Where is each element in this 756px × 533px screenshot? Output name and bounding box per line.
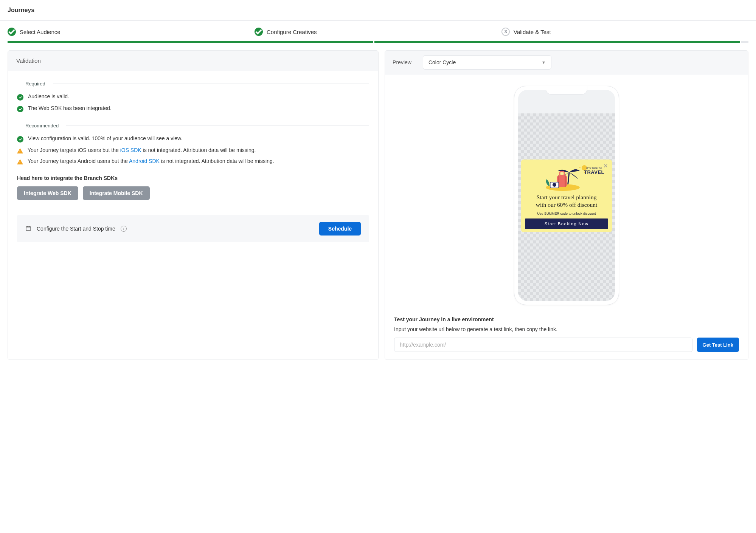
test-description: Input your website url below to generate… [394, 326, 739, 332]
validation-item: View configuration is valid. 100% of you… [17, 133, 369, 145]
schedule-text: Configure the Start and Stop time [37, 226, 115, 232]
banner-subtitle: Use SUMMER code to unlock discount [525, 212, 608, 215]
preview-label: Preview [393, 59, 411, 65]
svg-rect-12 [565, 175, 566, 187]
validation-heading: Validation [8, 51, 378, 71]
step-configure-creatives[interactable]: Configure Creatives [255, 28, 501, 36]
banner-title: Start your travel planningwith our 60% o… [525, 194, 608, 209]
banner-illus-big: TRAVEL [584, 169, 604, 175]
validation-item: Your Journey targets iOS users but the i… [17, 145, 369, 156]
step-select-audience[interactable]: Select Audience [8, 28, 255, 36]
validation-item: Your Journey targets Android users but t… [17, 156, 369, 167]
schedule-box: Configure the Start and Stop time i Sche… [17, 215, 369, 242]
check-icon [17, 94, 23, 101]
sdk-heading: Head here to integrate the Branch SDKs [17, 175, 369, 181]
preview-select[interactable]: Color Cycle ▼ [423, 55, 551, 70]
calendar-icon [25, 225, 31, 232]
page-header: Journeys [0, 0, 756, 21]
validation-item: The Web SDK has been integrated. [17, 103, 369, 115]
ios-sdk-link[interactable]: iOS SDK [120, 147, 141, 153]
step-label: Validate & Test [514, 29, 551, 35]
schedule-button[interactable]: Schedule [319, 222, 361, 236]
preview-panel: Preview Color Cycle ▼ ✕ [385, 50, 748, 360]
preview-selected-value: Color Cycle [428, 59, 456, 65]
step-label: Select Audience [20, 29, 61, 35]
check-icon [255, 28, 263, 36]
step-label: Configure Creatives [267, 29, 317, 35]
stepper: Select Audience Configure Creatives 3 Va… [0, 21, 756, 36]
banner-cta-button[interactable]: Start Booking Now [525, 218, 608, 229]
android-sdk-link[interactable]: Android SDK [129, 158, 160, 164]
phone-mockup: ✕ [514, 86, 619, 305]
svg-point-15 [553, 183, 556, 187]
warning-icon [17, 159, 23, 164]
warning-icon [17, 148, 23, 153]
step-validate-test[interactable]: 3 Validate & Test [501, 28, 748, 36]
check-icon [17, 136, 23, 143]
required-section-label: Required [17, 81, 369, 87]
info-icon[interactable]: i [121, 226, 127, 232]
test-heading: Test your Journey in a live environment [394, 316, 739, 322]
page-title: Journeys [8, 7, 748, 14]
progress-bar [8, 41, 748, 43]
travel-illustration: IT'S TIME TO TRAVEL [525, 164, 608, 191]
test-url-input[interactable] [394, 338, 692, 352]
svg-rect-13 [560, 172, 564, 175]
validation-panel: Validation Required Audience is valid. T… [8, 50, 379, 360]
creative-banner: ✕ [521, 160, 612, 232]
recommended-section-label: Recommended [17, 123, 369, 129]
step-number-icon: 3 [501, 28, 510, 36]
integrate-mobile-sdk-button[interactable]: Integrate Mobile SDK [83, 186, 150, 200]
get-test-link-button[interactable]: Get Test Link [697, 338, 739, 352]
phone-notch [546, 86, 587, 95]
check-icon [8, 28, 16, 36]
validation-item: Audience is valid. [17, 91, 369, 103]
chevron-down-icon: ▼ [542, 60, 546, 65]
check-icon [17, 106, 23, 112]
svg-rect-0 [26, 226, 31, 231]
integrate-web-sdk-button[interactable]: Integrate Web SDK [17, 186, 78, 200]
